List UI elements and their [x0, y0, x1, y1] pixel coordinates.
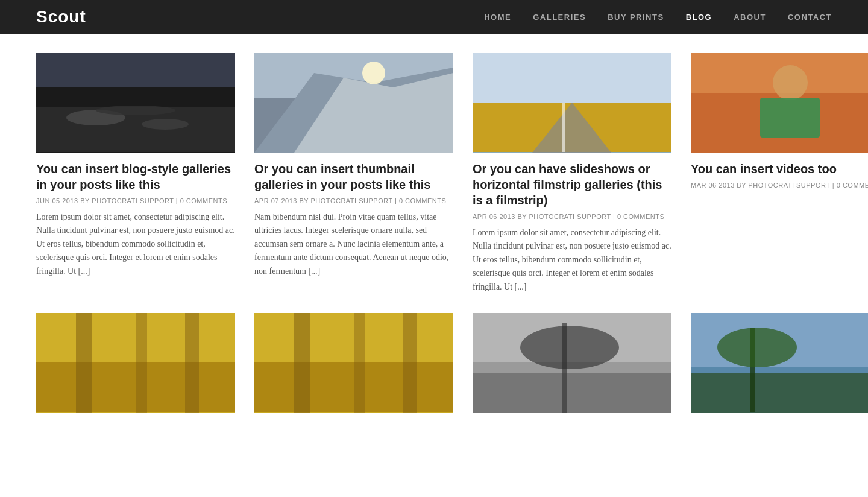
bottom-image-b3[interactable] — [473, 313, 671, 415]
site-title[interactable]: Scout — [36, 7, 86, 27]
svg-rect-12 — [473, 53, 671, 103]
nav-item-contact[interactable]: CONTACT — [788, 13, 832, 22]
svg-rect-39 — [691, 373, 868, 413]
bottom-image-b4[interactable] — [691, 313, 868, 415]
blog-card-post-3: Or you can have slideshows or horizontal… — [473, 53, 671, 294]
site-header: Scout HOMEGALLERIESBUY PRINTSBLOGABOUTCO… — [0, 0, 868, 34]
post-excerpt: Lorem ipsum dolor sit amet, consectetur … — [36, 211, 235, 278]
post-title[interactable]: You can insert blog-style galleries in y… — [36, 161, 235, 192]
svg-rect-1 — [36, 53, 235, 87]
bottom-image-b2[interactable] — [254, 313, 453, 415]
svg-point-36 — [520, 326, 619, 369]
nav-item-about[interactable]: ABOUT — [734, 13, 766, 22]
post-excerpt: Lorem ipsum dolor sit amet, consectetur … — [473, 226, 671, 294]
svg-rect-29 — [294, 313, 310, 413]
post-meta: JUN 05 2013 BY PHOTOCRATI SUPPORT | 0 CO… — [36, 197, 235, 204]
svg-rect-30 — [354, 313, 365, 413]
post-image-post-3[interactable] — [473, 53, 671, 153]
blog-card-post-1: You can insert blog-style galleries in y… — [36, 53, 235, 294]
main-content: You can insert blog-style galleries in y… — [0, 34, 868, 434]
blog-grid: You can insert blog-style galleries in y… — [36, 53, 832, 294]
post-meta: MAR 06 2013 BY PHOTOCRATI SUPPORT | 0 CO… — [691, 182, 868, 189]
bottom-image-b1[interactable] — [36, 313, 235, 415]
svg-point-41 — [717, 328, 797, 367]
nav-item-buy-prints[interactable]: BUY PRINTS — [608, 13, 664, 22]
svg-rect-23 — [76, 313, 92, 413]
nav-item-blog[interactable]: BLOG — [686, 13, 712, 22]
post-excerpt: Nam bibendum nisl dui. Proin vitae quam … — [254, 211, 453, 278]
nav-item-galleries[interactable]: GALLERIES — [533, 13, 586, 22]
svg-rect-31 — [403, 313, 417, 413]
svg-rect-25 — [185, 313, 199, 413]
post-image-post-2[interactable] — [254, 53, 453, 153]
post-image-post-4[interactable] — [691, 53, 868, 153]
svg-rect-34 — [473, 373, 671, 413]
main-nav: HOMEGALLERIESBUY PRINTSBLOGABOUTCONTACT — [484, 13, 832, 22]
post-title[interactable]: You can insert videos too — [691, 161, 868, 177]
post-title[interactable]: Or you can have slideshows or horizontal… — [473, 161, 671, 208]
post-title[interactable]: Or you can insert thumbnail galleries in… — [254, 161, 453, 192]
svg-point-4 — [142, 119, 189, 130]
svg-rect-24 — [136, 313, 147, 413]
svg-point-10 — [362, 62, 385, 84]
post-meta: APR 07 2013 BY PHOTOCRATI SUPPORT | 0 CO… — [254, 197, 453, 204]
blog-card-post-2: Or you can insert thumbnail galleries in… — [254, 53, 453, 294]
nav-item-home[interactable]: HOME — [484, 13, 511, 22]
blog-card-post-4: You can insert videos tooMAR 06 2013 BY … — [691, 53, 868, 294]
post-image-post-1[interactable] — [36, 53, 235, 153]
svg-rect-19 — [760, 98, 820, 138]
svg-point-18 — [773, 65, 808, 100]
bottom-grid — [36, 313, 832, 415]
svg-point-5 — [96, 106, 175, 115]
post-meta: APR 06 2013 BY PHOTOCRATI SUPPORT | 0 CO… — [473, 213, 671, 220]
svg-rect-15 — [562, 103, 565, 152]
